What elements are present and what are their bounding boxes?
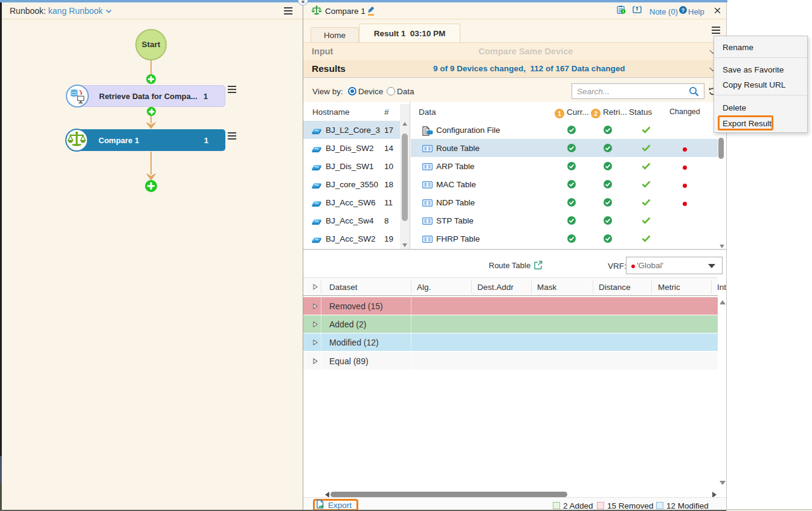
svg-text:?: ? (682, 7, 685, 13)
